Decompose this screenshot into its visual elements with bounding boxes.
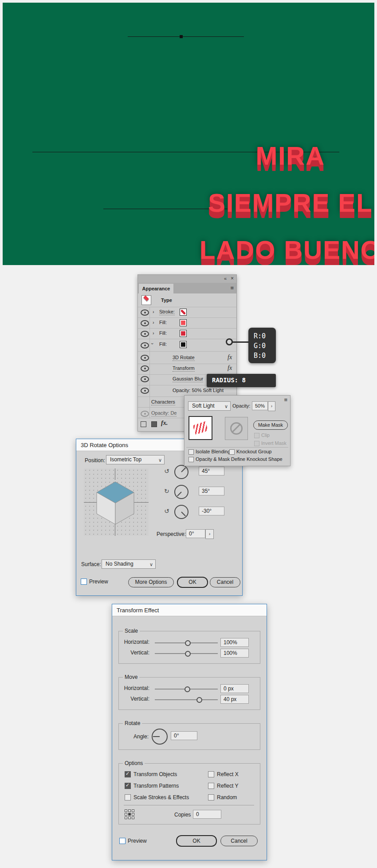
- angle-dial[interactable]: [152, 729, 168, 745]
- move-horizontal-slider[interactable]: [155, 689, 218, 690]
- opacity-default-row-label[interactable]: Opacity: De: [151, 410, 177, 416]
- rotate-y-input[interactable]: 35°: [199, 487, 224, 495]
- mask-thumbnail-placeholder[interactable]: [225, 417, 248, 440]
- reflect-x-checkbox[interactable]: [208, 771, 214, 777]
- cancel-button[interactable]: Cancel: [210, 577, 240, 587]
- opacity-row-label[interactable]: Opacity: 50% Soft Light: [173, 388, 224, 393]
- row-separator: [138, 307, 236, 307]
- fill-swatch-black[interactable]: [180, 341, 187, 348]
- fill-swatch-light-red[interactable]: [180, 319, 187, 326]
- visibility-eye-icon[interactable]: [141, 388, 149, 394]
- position-dropdown[interactable]: Isometric Top ∨: [106, 455, 165, 464]
- surface-dropdown[interactable]: No Shading ∨: [102, 559, 156, 569]
- dial-needle: [181, 511, 186, 516]
- isolate-blending-checkbox[interactable]: [188, 449, 194, 455]
- perspective-slider-button[interactable]: ›: [205, 529, 214, 539]
- transform-patterns-label: Transform Patterns: [134, 783, 179, 789]
- rotate-x-dial[interactable]: [174, 465, 188, 479]
- effect-gaussian-blur[interactable]: Gaussian Blur: [173, 376, 203, 382]
- visibility-eye-icon[interactable]: [141, 376, 149, 382]
- guide-line-1: [128, 36, 244, 37]
- ok-button[interactable]: OK: [177, 577, 208, 588]
- slider-thumb[interactable]: [185, 686, 190, 692]
- effect-transform[interactable]: Transform: [173, 365, 195, 372]
- perspective-input[interactable]: 0°: [186, 529, 205, 538]
- rotate-z-dial[interactable]: [174, 505, 188, 519]
- characters-row-label[interactable]: Characters: [151, 399, 175, 405]
- move-vertical-slider[interactable]: [155, 699, 218, 700]
- move-vertical-label: Vertical:: [114, 696, 149, 702]
- row-separator: [138, 317, 236, 318]
- ok-button[interactable]: OK: [176, 835, 217, 847]
- slider-thumb[interactable]: [196, 697, 202, 703]
- new-fill-icon[interactable]: [151, 421, 157, 427]
- preview-checkbox[interactable]: [119, 838, 126, 844]
- expand-arrow-icon[interactable]: ›: [153, 309, 154, 314]
- invert-mask-label: Invert Mask: [261, 440, 287, 446]
- visibility-eye-icon[interactable]: [141, 342, 149, 349]
- transform-objects-checkbox[interactable]: [125, 771, 131, 777]
- scale-vertical-slider[interactable]: [155, 653, 218, 654]
- fill-swatch-dark-red[interactable]: [180, 330, 187, 337]
- blend-mode-dropdown[interactable]: Soft Light ∨: [188, 401, 231, 411]
- cancel-button[interactable]: Cancel: [220, 836, 258, 846]
- reference-point-locator[interactable]: [125, 809, 134, 819]
- random-checkbox[interactable]: [208, 794, 214, 801]
- more-options-button[interactable]: More Options: [128, 577, 174, 587]
- artwork-text: MIRA SIEMPRE EL LADO BUENO DE LA VIDA: [200, 132, 374, 265]
- object-thumbnail[interactable]: [188, 416, 212, 440]
- new-effect-icon[interactable]: fx.: [161, 420, 168, 427]
- clip-checkbox[interactable]: [254, 433, 259, 438]
- scale-horizontal-slider[interactable]: [155, 642, 218, 643]
- close-panel-icon[interactable]: ×: [231, 275, 234, 281]
- scale-strokes-checkbox[interactable]: [125, 794, 131, 801]
- opacity-mask-checkbox[interactable]: [188, 457, 194, 462]
- effect-3d-rotate[interactable]: 3D Rotate: [173, 355, 195, 361]
- column-separator: [149, 307, 150, 418]
- visibility-eye-icon[interactable]: [141, 365, 149, 372]
- panel-menu-icon[interactable]: ≡: [230, 285, 234, 291]
- preview-checkbox[interactable]: [81, 579, 87, 585]
- move-horizontal-input[interactable]: 0 px: [220, 684, 249, 693]
- fill-row-label[interactable]: Fill:: [159, 330, 167, 336]
- reflect-y-checkbox[interactable]: [208, 783, 214, 789]
- visibility-eye-icon-dim[interactable]: [141, 411, 149, 417]
- tooltip-connector-dot: [226, 338, 233, 345]
- transform-patterns-checkbox[interactable]: [125, 783, 131, 789]
- make-mask-button[interactable]: Make Mask: [253, 420, 288, 430]
- type-thumbnail[interactable]: [141, 295, 151, 305]
- rgb-g-value: G:0: [254, 341, 266, 351]
- fill-row-label[interactable]: Fill:: [159, 341, 167, 347]
- expand-arrow-icon[interactable]: ›: [153, 330, 154, 336]
- move-vertical-input[interactable]: 40 px: [220, 695, 249, 704]
- scale-horizontal-input[interactable]: 100%: [220, 638, 249, 647]
- rotate-z-input[interactable]: -30°: [199, 507, 224, 515]
- opacity-input[interactable]: 50%: [252, 401, 268, 410]
- angle-input[interactable]: 0°: [171, 731, 197, 740]
- scale-vertical-input[interactable]: 100%: [220, 649, 249, 658]
- rotate-y-dial[interactable]: [174, 485, 188, 499]
- knockout-group-checkbox[interactable]: [229, 449, 235, 455]
- new-stroke-icon[interactable]: [141, 421, 146, 427]
- opacity-slider-button[interactable]: ›: [268, 401, 275, 411]
- rotate-x-input[interactable]: 45°: [199, 467, 224, 476]
- scale-group: [118, 631, 260, 664]
- visibility-eye-icon[interactable]: [141, 320, 149, 326]
- stroke-swatch[interactable]: [180, 309, 187, 316]
- collapse-arrow-icon[interactable]: ›: [150, 343, 155, 345]
- visibility-eye-icon[interactable]: [141, 355, 149, 361]
- copies-input[interactable]: 0: [193, 810, 221, 819]
- move-group-label: Move: [123, 674, 139, 680]
- visibility-eye-icon[interactable]: [141, 331, 149, 337]
- invert-mask-checkbox[interactable]: [254, 441, 259, 446]
- panel-menu-icon[interactable]: ≡: [284, 396, 287, 403]
- dialog-title: 3D Rotate Options: [81, 442, 128, 448]
- collapse-panel-icon[interactable]: «: [224, 276, 227, 281]
- fill-row-label[interactable]: Fill:: [159, 320, 167, 325]
- tab-appearance[interactable]: Appearance: [139, 284, 173, 293]
- expand-arrow-icon[interactable]: ›: [153, 320, 154, 325]
- visibility-eye-icon[interactable]: [141, 309, 149, 316]
- rotate-preview-area[interactable]: [84, 468, 149, 536]
- rotate-z-axis-icon: ↺: [164, 507, 169, 515]
- stroke-row-label[interactable]: Stroke:: [159, 309, 175, 315]
